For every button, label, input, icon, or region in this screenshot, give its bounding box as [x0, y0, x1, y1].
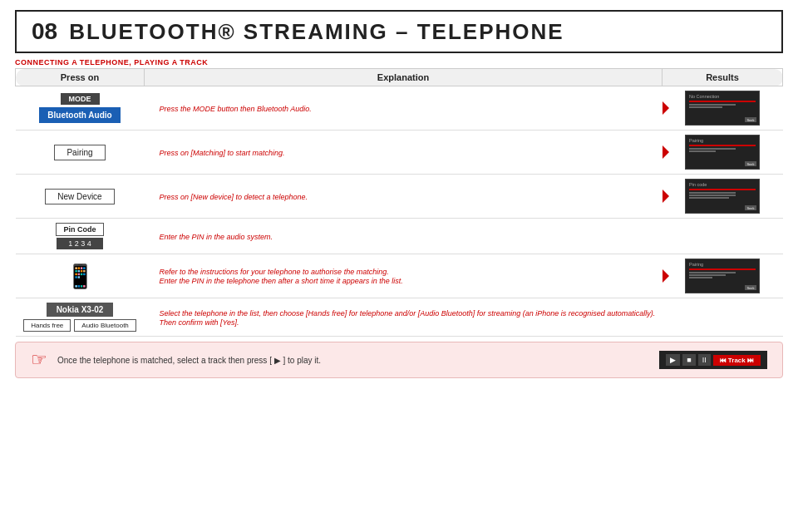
explanation-text-5a: Refer to the instructions for your telep… — [160, 268, 389, 276]
explanation-text-6a: Select the telephone in the list, then c… — [160, 309, 656, 318]
press-on-cell: Pin Code 1 2 3 4 — [16, 219, 145, 254]
explanation-text-4: Enter the PIN in the audio system. — [160, 233, 273, 241]
page-header: 08 BLUETOOTH® STREAMING – TELEPHONE — [15, 10, 783, 53]
bluetooth-audio-button[interactable]: Bluetooth Audio — [39, 107, 120, 123]
explanation-cell: Press on [New device] to detect a teleph… — [145, 175, 663, 219]
result-thumbnail: Pairing Seek — [685, 135, 760, 170]
press-on-cell: MODE Bluetooth Audio — [16, 86, 145, 131]
playback-controls: ▶ ■ II ⏮ Track ⏭ — [659, 351, 767, 369]
explanation-cell: Refer to the instructions for your telep… — [145, 254, 663, 298]
mode-button[interactable]: MODE — [61, 93, 100, 105]
table-row: 📱 Refer to the instructions for your tel… — [16, 254, 783, 298]
col-header-results: Results — [663, 69, 783, 86]
explanation-text-3: Press on [New device] to detect a teleph… — [160, 193, 308, 201]
press-on-cell: New Device — [16, 175, 145, 219]
track-button[interactable]: ⏮ Track ⏭ — [713, 355, 761, 366]
note-text: Once the telephone is matched, select a … — [57, 356, 649, 365]
bottom-note: ☞ Once the telephone is matched, select … — [15, 342, 783, 378]
new-device-button[interactable]: New Device — [45, 189, 114, 204]
table-row: Pin Code 1 2 3 4 Enter the PIN in the au… — [16, 219, 783, 254]
result-cell: Pairing Seek — [663, 131, 783, 175]
col-header-press-on: Press on — [16, 69, 145, 86]
explanation-text-6b: Then confirm with [Yes]. — [160, 318, 239, 327]
main-table: Press on Explanation Results MODE Blueto… — [15, 68, 783, 337]
explanation-cell: Press the MODE button then Bluetooth Aud… — [145, 86, 663, 131]
stop-button[interactable]: ■ — [682, 354, 695, 366]
press-on-cell: Pairing — [16, 131, 145, 175]
result-thumbnail: No Connection Seek — [685, 91, 760, 126]
connection-type-buttons: Hands free Audio Bluetooth — [19, 319, 141, 332]
page-title: BLUETOOTH® STREAMING – TELEPHONE — [69, 19, 564, 45]
chapter-number: 08 — [32, 18, 57, 45]
result-cell — [663, 219, 783, 254]
result-thumbnail: Pairing Seek — [685, 259, 760, 293]
phone-icon: 📱 — [19, 263, 141, 290]
result-cell — [663, 298, 783, 337]
table-header-row: Press on Explanation Results — [16, 69, 783, 86]
explanation-cell: Enter the PIN in the audio system. — [145, 219, 663, 254]
table-row: Pairing Press on [Matching] to start mat… — [16, 131, 783, 175]
section-subheader: CONNECTING A TELEPHONE, PLAYING A TRACK — [15, 58, 783, 66]
nokia-button[interactable]: Nokia X3-02 — [47, 303, 114, 317]
pin-code-label: Pin Code — [56, 223, 103, 236]
result-thumbnail: Pin code Seek — [685, 179, 760, 214]
table-row: MODE Bluetooth Audio Press the MODE butt… — [16, 86, 783, 131]
col-header-explanation: Explanation — [145, 69, 663, 86]
press-on-cell: Nokia X3-02 Hands free Audio Bluetooth — [16, 298, 145, 337]
pause-button[interactable]: II — [698, 354, 711, 366]
table-row: Nokia X3-02 Hands free Audio Bluetooth S… — [16, 298, 783, 337]
explanation-text-2: Press on [Matching] to start matching. — [160, 149, 285, 157]
explanation-cell: Select the telephone in the list, then c… — [145, 298, 663, 337]
play-button[interactable]: ▶ — [666, 354, 680, 366]
explanation-text-1: Press the MODE button then Bluetooth Aud… — [160, 105, 312, 113]
note-icon: ☞ — [31, 349, 47, 371]
audio-bluetooth-button[interactable]: Audio Bluetooth — [74, 319, 136, 332]
result-cell: Pairing Seek — [663, 254, 783, 298]
table-row: New Device Press on [New device] to dete… — [16, 175, 783, 219]
press-on-cell: 📱 — [16, 254, 145, 298]
result-cell: Pin code Seek — [663, 175, 783, 219]
result-cell: No Connection Seek — [663, 86, 783, 131]
explanation-text-5b: Enter the PIN in the telephone then afte… — [160, 277, 403, 285]
pairing-button[interactable]: Pairing — [54, 145, 105, 160]
explanation-cell: Press on [Matching] to start matching. — [145, 131, 663, 175]
hands-free-button[interactable]: Hands free — [23, 319, 71, 332]
pin-digits: 1 2 3 4 — [57, 238, 103, 249]
